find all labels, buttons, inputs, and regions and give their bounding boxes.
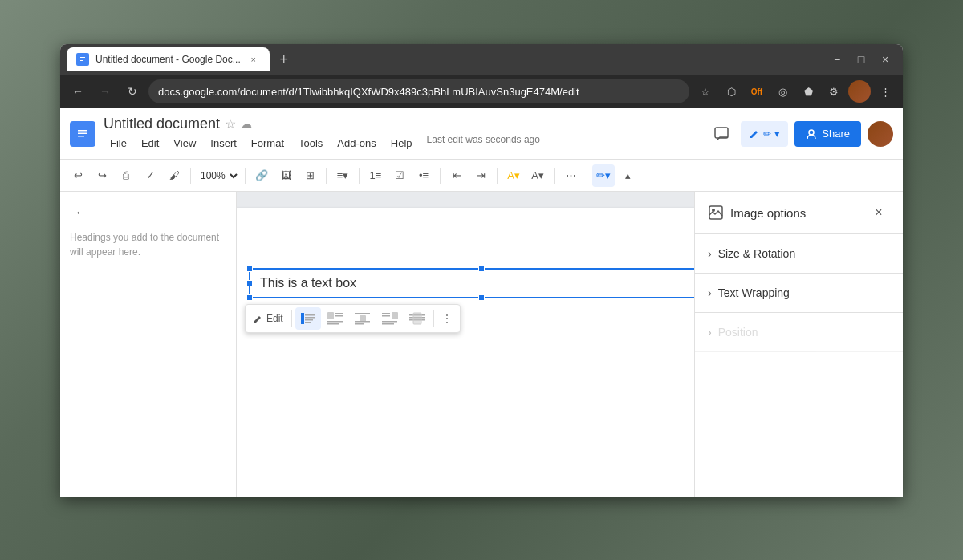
- link-button[interactable]: 🔗: [250, 164, 273, 187]
- indent-more-button[interactable]: ⇥: [469, 164, 492, 187]
- menu-format[interactable]: Format: [245, 134, 291, 152]
- extension2-icon[interactable]: ⬟: [797, 80, 819, 103]
- cast-icon[interactable]: ⬡: [720, 80, 742, 103]
- forward-button[interactable]: →: [94, 80, 116, 103]
- spellcheck-button[interactable]: ✓: [139, 164, 161, 187]
- menu-addons[interactable]: Add-ons: [331, 134, 382, 152]
- image-options-panel: Image options × › Size & Rotation › Text…: [694, 192, 903, 497]
- menu-help[interactable]: Help: [384, 134, 419, 152]
- text-color-button[interactable]: A▾: [526, 164, 549, 187]
- menu-icon[interactable]: ⋮: [874, 80, 896, 103]
- toolbar-sep-3: [326, 168, 327, 184]
- back-button[interactable]: ←: [67, 80, 89, 103]
- extension1-icon[interactable]: ◎: [771, 80, 794, 103]
- expand-toolbar-button[interactable]: ▴: [616, 164, 639, 187]
- document-title[interactable]: Untitled document: [104, 116, 220, 132]
- vpn-icon[interactable]: Off: [746, 80, 768, 103]
- svg-rect-16: [327, 312, 334, 319]
- star-icon[interactable]: ☆: [225, 116, 236, 132]
- header-right: ✏ ▾ Share: [709, 121, 893, 147]
- position-section[interactable]: › Position: [695, 313, 903, 352]
- svg-rect-13: [305, 317, 315, 319]
- image-button[interactable]: 🖼: [274, 164, 297, 187]
- new-tab-button[interactable]: +: [273, 48, 295, 71]
- extensions-icon[interactable]: ⚙: [823, 80, 845, 103]
- redo-button[interactable]: ↪: [91, 164, 113, 187]
- wrap-inline-button[interactable]: [295, 307, 321, 330]
- text-box-handle-tc[interactable]: [478, 266, 485, 272]
- checklist-button[interactable]: ☑: [388, 164, 411, 187]
- svg-rect-3: [80, 60, 83, 61]
- text-box-container: This is a text box: [249, 268, 694, 298]
- last-edit-status[interactable]: Last edit was seconds ago: [427, 134, 540, 152]
- doc-page: This is a text box Edit: [237, 208, 694, 497]
- wrap-center-button[interactable]: [350, 307, 376, 330]
- float-sep-1: [291, 310, 292, 327]
- menu-file[interactable]: File: [104, 134, 133, 152]
- text-box-handle-bl[interactable]: [246, 294, 253, 301]
- svg-rect-27: [382, 315, 390, 317]
- float-sep-2: [433, 310, 434, 327]
- menu-edit[interactable]: Edit: [135, 134, 165, 152]
- text-box-handle-ml[interactable]: [246, 280, 253, 286]
- svg-rect-28: [382, 321, 397, 323]
- zoom-select[interactable]: 100% 75% 125% 150%: [196, 169, 240, 182]
- wrap-right-button[interactable]: [377, 307, 403, 330]
- toolbar-sep-2: [245, 168, 246, 184]
- svg-rect-17: [335, 313, 343, 314]
- align-button[interactable]: ≡▾: [331, 164, 354, 187]
- paint-format-button[interactable]: 🖌: [163, 164, 185, 187]
- wrap-none-button[interactable]: [404, 307, 430, 330]
- comment-button[interactable]: [709, 121, 734, 147]
- svg-rect-14: [305, 319, 313, 321]
- editing-mode-button[interactable]: ✏ ▾: [741, 121, 788, 147]
- share-button[interactable]: Share: [794, 121, 861, 147]
- toolbar-sep-4: [359, 168, 360, 184]
- docs-title-area: Untitled document ☆ ☁ File Edit View Ins…: [104, 116, 540, 152]
- svg-rect-2: [80, 59, 85, 59]
- tab-close-button[interactable]: ×: [247, 53, 260, 66]
- more-options-button[interactable]: ⋮: [437, 307, 457, 330]
- maximize-button[interactable]: □: [850, 48, 872, 71]
- browser-tab[interactable]: Untitled document - Google Doc... ×: [67, 47, 270, 71]
- editing-pen-button[interactable]: ✏▾: [592, 164, 615, 187]
- outline-back-button[interactable]: ←: [70, 201, 92, 224]
- position-title: Position: [718, 326, 758, 339]
- indent-less-button[interactable]: ⇤: [445, 164, 468, 187]
- size-rotation-section[interactable]: › Size & Rotation: [695, 234, 903, 274]
- reload-button[interactable]: ↻: [121, 80, 144, 103]
- svg-rect-1: [80, 57, 85, 58]
- toolbar-sep-6: [497, 168, 498, 184]
- edit-button[interactable]: Edit: [249, 307, 288, 330]
- wrap-left-button[interactable]: [323, 307, 348, 330]
- outline-sidebar: ← Headings you add to the document will …: [60, 192, 237, 497]
- highlight-button[interactable]: A▾: [502, 164, 525, 187]
- unordered-list-button[interactable]: •≡: [412, 164, 435, 187]
- print-button[interactable]: ⎙: [115, 164, 137, 187]
- more-button[interactable]: ⋯: [559, 164, 582, 187]
- ordered-list-button[interactable]: 1≡: [364, 164, 387, 187]
- svg-rect-12: [305, 314, 315, 316]
- menu-tools[interactable]: Tools: [292, 134, 329, 152]
- svg-rect-20: [327, 323, 339, 325]
- minimize-button[interactable]: −: [826, 48, 848, 71]
- table-button[interactable]: ⊞: [299, 164, 321, 187]
- title-bar: Untitled document - Google Doc... × + − …: [60, 44, 903, 75]
- menu-insert[interactable]: Insert: [204, 134, 243, 152]
- profile-avatar[interactable]: [848, 80, 871, 103]
- mode-chevron: ▾: [774, 128, 780, 140]
- text-box-handle-tl[interactable]: [246, 266, 253, 272]
- menu-view[interactable]: View: [167, 134, 202, 152]
- text-wrapping-section[interactable]: › Text Wrapping: [695, 274, 903, 313]
- address-input[interactable]: [148, 79, 689, 103]
- panel-header: Image options ×: [695, 192, 903, 234]
- bookmark-icon[interactable]: ☆: [694, 80, 717, 103]
- close-button[interactable]: ×: [874, 48, 896, 71]
- user-avatar[interactable]: [868, 121, 893, 147]
- format-toolbar: ↩ ↪ ⎙ ✓ 🖌 100% 75% 125% 150% 🔗 🖼 ⊞ ≡▾ 1≡…: [60, 160, 903, 192]
- doc-area[interactable]: This is a text box Edit: [237, 192, 694, 497]
- undo-button[interactable]: ↩: [67, 164, 89, 187]
- text-box-handle-bc[interactable]: [478, 294, 485, 301]
- panel-close-button[interactable]: ×: [868, 201, 890, 224]
- text-box[interactable]: This is a text box: [249, 268, 694, 298]
